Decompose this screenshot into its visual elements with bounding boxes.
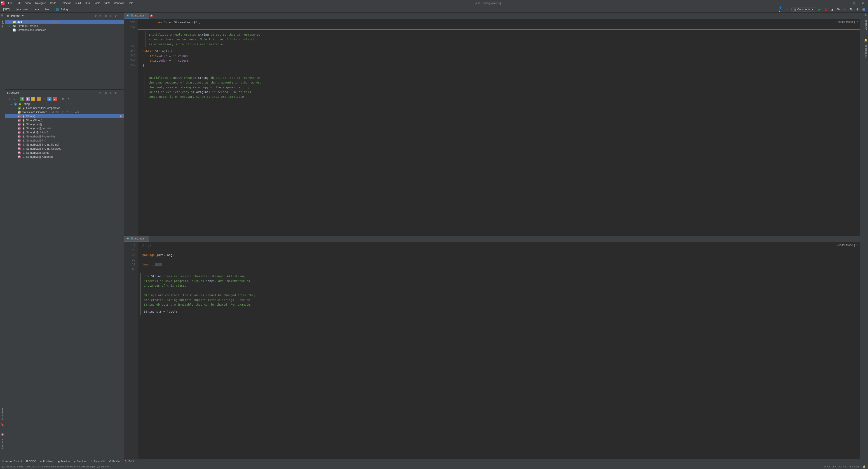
tool-todo[interactable]: ☰TODO xyxy=(26,460,36,463)
profiler-icon[interactable]: ⏱▾ xyxy=(836,7,840,11)
sort-alpha-icon[interactable]: ↓ᴀ xyxy=(7,97,11,101)
editor-content[interactable]: /.../ package java.lang; import ... The … xyxy=(138,242,860,459)
bookmarks-tool-button[interactable]: Bookmarks xyxy=(1,407,4,421)
stop-icon[interactable]: ■ xyxy=(843,7,847,11)
struct-item[interactable]: m🔒String(byte[], Charset) xyxy=(5,155,124,159)
bookmark-icon[interactable]: 🔖 xyxy=(1,423,4,426)
struct-item[interactable]: m🔒String(char[]) xyxy=(5,122,124,126)
tab-string-java-bottom[interactable]: C String.java × xyxy=(124,236,149,241)
menu-tools[interactable]: Tools xyxy=(92,1,102,6)
struct-item[interactable]: m🔒String(int[], int, int) xyxy=(5,130,124,135)
struct-item[interactable]: m🔒String(byte[], int) xyxy=(5,139,124,143)
editor-bottom-body[interactable]: Reader Mode | ✔ 12526272863 /.../ packa xyxy=(124,242,863,459)
sort-visibility-icon[interactable]: ↓ᴢ xyxy=(12,97,16,101)
bell-icon[interactable]: 🔔 xyxy=(864,39,867,42)
project-select-icon[interactable]: ▦ xyxy=(7,14,9,18)
avatar-icon[interactable] xyxy=(862,7,866,11)
collapse-all-icon[interactable]: ⇲ xyxy=(104,14,107,18)
tab-close-icon[interactable]: × xyxy=(145,14,147,17)
search-icon[interactable]: 🔍 xyxy=(849,7,853,11)
tool-build[interactable]: 🔨Build xyxy=(124,460,134,463)
reader-mode-indicator[interactable]: Reader Mode | ✔ xyxy=(836,20,859,24)
coverage-icon[interactable]: ◑ xyxy=(830,7,834,11)
debug-icon[interactable]: 🐞 xyxy=(824,7,828,11)
menu-edit[interactable]: Edit xyxy=(15,1,23,6)
collapse-all-icon[interactable]: ⇲ xyxy=(104,91,107,95)
hide-icon[interactable]: — xyxy=(119,91,122,95)
crumb-java[interactable]: java xyxy=(33,7,40,11)
structure-tool-button[interactable]: Structure xyxy=(1,438,4,450)
struct-item[interactable]: m🔒String()3 xyxy=(5,114,124,118)
status-indent[interactable]: 4 spaces xyxy=(849,465,860,468)
filter-lock-icon[interactable]: 🔒 xyxy=(37,97,41,101)
expand-arrow-icon[interactable]: › xyxy=(9,24,12,28)
comments-dropdown[interactable]: ▤ Comments ▾ xyxy=(792,7,815,12)
struct-class-root[interactable]: ⌄ C 🔒 String xyxy=(5,102,124,106)
tab-more-icon[interactable]: ⋮ xyxy=(860,237,863,241)
structure-list[interactable]: ⌄ C 🔒 String ›c🔒CaseInsensitiveComparato… xyxy=(5,102,124,459)
menu-build[interactable]: Build xyxy=(73,1,83,6)
menu-vcs[interactable]: VCS xyxy=(102,1,112,6)
tree-scratches[interactable]: 📄 Scratches and Consoles xyxy=(5,28,124,32)
crumb-javabase[interactable]: java.base xyxy=(15,7,28,11)
project-panel-title[interactable]: Project xyxy=(11,14,20,18)
menu-window[interactable]: Window xyxy=(112,1,126,6)
back-arrow-icon[interactable]: ↖ xyxy=(785,7,789,11)
menu-file[interactable]: File xyxy=(6,1,14,6)
gear-icon[interactable]: ⚙ xyxy=(114,91,117,95)
expand-all-icon[interactable]: ⇱ xyxy=(99,14,102,18)
project-tree[interactable]: › 📁 java D:\projects\java\ittimeline\jav… xyxy=(5,19,124,89)
tool-profiler[interactable]: ⏱Profiler xyxy=(109,460,120,463)
editor-top-body[interactable]: Reader Mode | ✔ 236237 243244245246247 n… xyxy=(124,19,863,236)
reader-mode-indicator[interactable]: Reader Mode | ✔ xyxy=(836,243,859,247)
run-icon[interactable]: ▶ xyxy=(817,7,822,11)
editor-scrollbar[interactable] xyxy=(860,19,863,236)
menu-code[interactable]: Code xyxy=(48,1,58,6)
filter-anon-icon[interactable]: ● xyxy=(48,97,52,101)
autoscroll-from-icon[interactable]: ⎗ xyxy=(66,97,70,101)
notifications-tool-button[interactable]: Notifications xyxy=(864,44,867,59)
crumb-string[interactable]: String xyxy=(60,7,69,11)
struct-item[interactable]: m🔒String(byte[], int, int, int) xyxy=(5,135,124,139)
tool-problems[interactable]: ⊘Problems xyxy=(40,460,54,463)
struct-item[interactable]: m🔒String(byte[], String) xyxy=(5,151,124,155)
tab-close-icon[interactable]: × xyxy=(145,237,147,240)
minimize-button[interactable]: — xyxy=(842,2,849,5)
maximize-button[interactable]: ▢ xyxy=(851,2,858,5)
status-message[interactable]: ▢ Localized IntelliJ IDEA 2022.3.1 is av… xyxy=(2,465,824,468)
tab-more-icon[interactable]: ⋮ xyxy=(860,14,863,18)
filter-prop-icon[interactable]: p xyxy=(26,97,30,101)
filter-class-icon[interactable]: c xyxy=(20,97,24,101)
readonly-lock-icon[interactable]: 🔒 xyxy=(863,465,866,468)
filter-lambda-icon[interactable]: λ xyxy=(53,97,57,101)
structure-icon[interactable]: ⬚ xyxy=(1,452,4,456)
tree-root[interactable]: › 📁 java D:\projects\java\ittimeline\jav… xyxy=(5,20,124,24)
project-tool-button[interactable]: Project xyxy=(1,19,4,28)
expand-arrow-icon[interactable]: › xyxy=(9,20,12,24)
menu-view[interactable]: View xyxy=(24,1,33,6)
crumb-lang[interactable]: lang xyxy=(44,7,51,11)
database-tool-button[interactable]: Database xyxy=(864,19,867,31)
struct-item[interactable]: ◐static class initializer COMPACT_STRING… xyxy=(5,110,124,114)
autoscroll-source-icon[interactable]: ⎘ xyxy=(61,97,65,101)
tree-external-libs[interactable]: › 📚 External Libraries xyxy=(5,24,124,28)
status-encoding[interactable]: UTF-8 xyxy=(839,465,846,468)
chevron-down-icon[interactable]: ▾ xyxy=(22,14,24,18)
struct-item[interactable]: m🔒String(byte[], int, int, Charset) xyxy=(5,147,124,151)
filter-inherit-icon[interactable]: ⑂ xyxy=(42,97,46,101)
tab-string-java[interactable]: C String.java × xyxy=(124,13,149,19)
status-line-ending[interactable]: LF xyxy=(833,465,836,468)
close-button[interactable]: ✕ xyxy=(860,2,866,5)
locate-icon[interactable]: ⊕ xyxy=(94,14,97,18)
struct-item[interactable]: m🔒String(byte[], int, int, String) xyxy=(5,143,124,147)
filter-field-icon[interactable]: f xyxy=(31,97,35,101)
gear-icon[interactable]: ⚙ xyxy=(114,14,117,18)
editor-content[interactable]: new ObjectStreamField[0]; Initializes a … xyxy=(138,19,860,236)
user-icon[interactable]: 👤▾ xyxy=(779,7,783,11)
tool-services[interactable]: ▷Services xyxy=(74,460,87,463)
project-view-icon[interactable]: ▦ xyxy=(1,13,4,17)
editor-scrollbar[interactable] xyxy=(860,242,863,459)
menu-help[interactable]: Help xyxy=(126,1,135,6)
tool-version-control[interactable]: ⑂Version Control xyxy=(2,460,22,463)
menu-run[interactable]: Run xyxy=(83,1,92,6)
